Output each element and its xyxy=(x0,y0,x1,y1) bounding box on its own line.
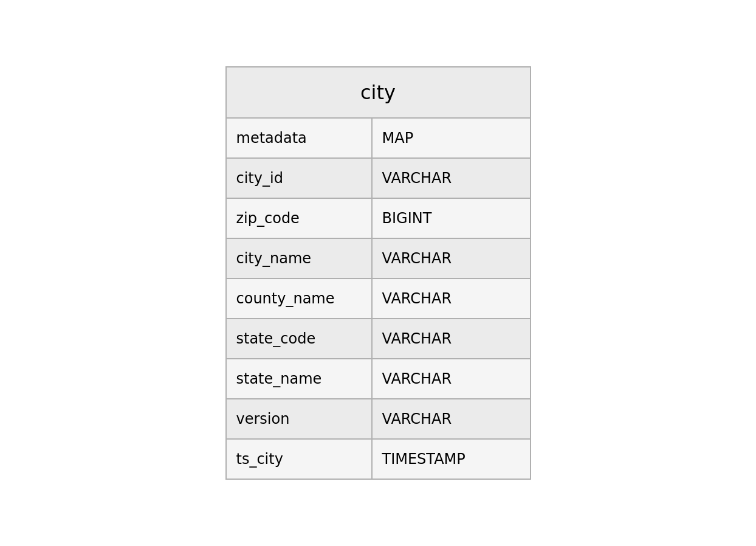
schema-table: city metadataMAPcity_idVARCHARzip_codeBI… xyxy=(225,66,531,480)
table-row: city_nameVARCHAR xyxy=(227,239,530,279)
column-name: version xyxy=(227,399,373,438)
table-row: versionVARCHAR xyxy=(227,399,530,440)
column-type: VARCHAR xyxy=(373,279,530,318)
column-type: VARCHAR xyxy=(373,359,530,398)
column-name: city_name xyxy=(227,239,373,278)
column-name: state_code xyxy=(227,319,373,358)
table-row: city_idVARCHAR xyxy=(227,159,530,199)
column-type: TIMESTAMP xyxy=(373,440,530,479)
table-row: state_codeVARCHAR xyxy=(227,319,530,359)
column-name: ts_city xyxy=(227,440,373,479)
table-row: county_nameVARCHAR xyxy=(227,279,530,319)
column-type: VARCHAR xyxy=(373,159,530,198)
table-row: metadataMAP xyxy=(227,119,530,159)
table-row: ts_cityTIMESTAMP xyxy=(227,440,530,479)
table-row: zip_codeBIGINT xyxy=(227,199,530,239)
column-name: state_name xyxy=(227,359,373,398)
column-type: BIGINT xyxy=(373,199,530,238)
column-type: MAP xyxy=(373,119,530,157)
column-name: metadata xyxy=(227,119,373,157)
column-name: county_name xyxy=(227,279,373,318)
column-name: city_id xyxy=(227,159,373,198)
column-type: VARCHAR xyxy=(373,239,530,278)
table-row: state_nameVARCHAR xyxy=(227,359,530,399)
column-name: zip_code xyxy=(227,199,373,238)
table-title: city xyxy=(227,67,530,119)
column-type: VARCHAR xyxy=(373,319,530,358)
column-type: VARCHAR xyxy=(373,399,530,438)
